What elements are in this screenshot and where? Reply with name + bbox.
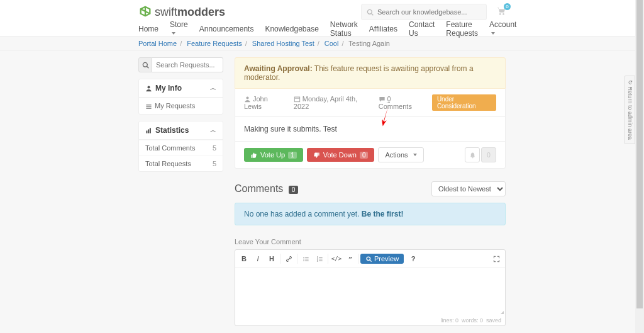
side-search-input[interactable]	[152, 57, 223, 72]
crumb-cool[interactable]: Cool	[325, 40, 339, 47]
sidebar: My Info ︿ My Requests Statistics ︿	[138, 57, 223, 178]
preview-button[interactable]: Preview	[360, 254, 404, 264]
scrollbar-thumb[interactable]	[636, 0, 643, 308]
vote-up-button[interactable]: Vote Up 1	[244, 148, 303, 162]
svg-point-4	[143, 62, 147, 67]
comment-textarea[interactable]	[235, 268, 505, 313]
crumb-current: Testing Again	[348, 40, 389, 47]
kb-search[interactable]	[361, 4, 487, 20]
thumbs-up-icon	[250, 151, 257, 159]
panel-stats: Statistics ︿ Total Comments 5 Total Requ…	[138, 121, 223, 172]
date: Monday, April 4th, 2022	[294, 95, 357, 111]
link-button[interactable]	[282, 252, 296, 266]
heading-button[interactable]: H	[265, 252, 279, 266]
request-meta: John Lewis Monday, April 4th, 2022 0 Com…	[235, 89, 506, 117]
ul-button[interactable]	[299, 252, 313, 266]
user-icon	[145, 84, 152, 93]
svg-rect-14	[294, 97, 299, 102]
my-requests-link[interactable]: My Requests	[139, 98, 223, 114]
stat-total-requests: Total Requests 5	[139, 155, 223, 171]
breadcrumb: Portal Home/ Feature Requests/ Shared Ho…	[0, 37, 644, 51]
nav-account[interactable]: Account	[489, 20, 516, 38]
svg-point-0	[367, 10, 372, 14]
svg-point-6	[147, 86, 150, 89]
nav-affiliates[interactable]: Affiliates	[369, 25, 397, 33]
side-search-button[interactable]	[138, 57, 152, 72]
editor: B I H 123 </> ” Prev	[235, 249, 506, 326]
svg-rect-12	[150, 128, 151, 133]
crumb-sht[interactable]: Shared Hosting Test	[252, 40, 314, 47]
svg-line-29	[370, 259, 372, 261]
refresh-icon: ↻	[627, 80, 633, 85]
nav-announcements[interactable]: Announcements	[199, 25, 254, 33]
italic-button[interactable]: I	[251, 252, 265, 266]
comments-count-badge: 0	[289, 186, 299, 194]
approval-notice: Awaiting Approval: This feature request …	[235, 57, 506, 89]
ol-button[interactable]: 123	[313, 252, 326, 266]
sort-select[interactable]: Oldest to Newest	[431, 181, 506, 196]
notify-button[interactable]	[465, 147, 480, 162]
scrollbar[interactable]	[635, 0, 644, 333]
logo[interactable]: swiftmodders	[138, 4, 225, 20]
stat-total-comments: Total Comments 5	[139, 140, 223, 155]
editor-status: lines: 0 words: 0 saved	[235, 315, 505, 325]
panel-myinfo: My Info ︿ My Requests	[138, 79, 223, 115]
admin-return-tab[interactable]: ↻ Return to admin area	[624, 76, 635, 144]
leave-comment: Leave Your Comment B I H 123 </> ”	[235, 238, 506, 333]
editor-toolbar: B I H 123 </> ” Prev	[235, 250, 505, 268]
navbar: Home Store Announcements Knowledgebase N…	[0, 24, 644, 37]
nav-home[interactable]: Home	[138, 25, 158, 33]
svg-rect-11	[148, 129, 149, 133]
caret-icon	[413, 154, 417, 156]
actions-dropdown[interactable]: Actions	[378, 147, 423, 162]
resize-handle[interactable]	[499, 309, 504, 314]
crumb-portal[interactable]: Portal Home	[138, 40, 177, 47]
comments-count[interactable]: 0	[387, 96, 391, 103]
svg-point-18	[303, 260, 304, 261]
chart-icon	[145, 126, 152, 135]
header: swiftmodders 0	[0, 0, 644, 24]
svg-point-17	[303, 258, 304, 259]
chevron-up-icon: ︿	[210, 84, 216, 93]
svg-point-13	[246, 97, 248, 99]
fullscreen-button[interactable]	[489, 252, 503, 266]
svg-point-16	[303, 257, 304, 257]
svg-point-2	[499, 13, 501, 15]
search-icon	[367, 8, 374, 16]
cart-button[interactable]: 0	[497, 7, 506, 18]
svg-line-5	[147, 66, 148, 68]
code-button[interactable]: </>	[330, 252, 343, 266]
nav-kb[interactable]: Knowledgebase	[265, 25, 318, 33]
user-icon	[244, 95, 251, 103]
svg-rect-8	[146, 106, 151, 106]
bold-button[interactable]: B	[237, 252, 251, 266]
logo-text: swiftmodders	[155, 6, 225, 19]
nav-contact[interactable]: Contact Us	[409, 20, 435, 38]
svg-rect-7	[146, 104, 151, 105]
crumb-fr[interactable]: Feature Requests	[187, 40, 242, 47]
nav-network[interactable]: Network Status	[330, 20, 358, 38]
vote-down-button[interactable]: Vote Down 0	[307, 148, 375, 162]
svg-rect-10	[146, 130, 147, 133]
comment-icon	[379, 95, 386, 103]
content: Awaiting Approval: This feature request …	[235, 57, 506, 333]
nav-feature[interactable]: Feature Requests	[446, 20, 478, 38]
caret-icon	[491, 32, 495, 35]
comments-header: Comments 0 Oldest to Newest	[235, 181, 506, 196]
kb-search-input[interactable]	[377, 8, 481, 16]
no-comments-notice: No one has added a comment yet. Be the f…	[235, 203, 506, 225]
leave-label: Leave Your Comment	[235, 238, 506, 246]
svg-point-3	[502, 13, 504, 15]
svg-text:3: 3	[316, 259, 318, 262]
quote-button[interactable]: ”	[343, 252, 357, 266]
caret-icon	[172, 32, 175, 35]
notify-count: 0	[481, 147, 496, 162]
nav-store[interactable]: Store	[170, 20, 188, 38]
status-badge: Under Consideration	[432, 94, 496, 111]
panel-stats-header[interactable]: Statistics ︿	[139, 121, 223, 140]
chevron-up-icon: ︿	[210, 126, 216, 135]
calendar-icon	[294, 95, 301, 103]
actions-row: Vote Up 1 Vote Down 0 Actions 0	[235, 142, 506, 169]
panel-myinfo-header[interactable]: My Info ︿	[139, 79, 223, 98]
help-button[interactable]: ?	[406, 252, 420, 266]
